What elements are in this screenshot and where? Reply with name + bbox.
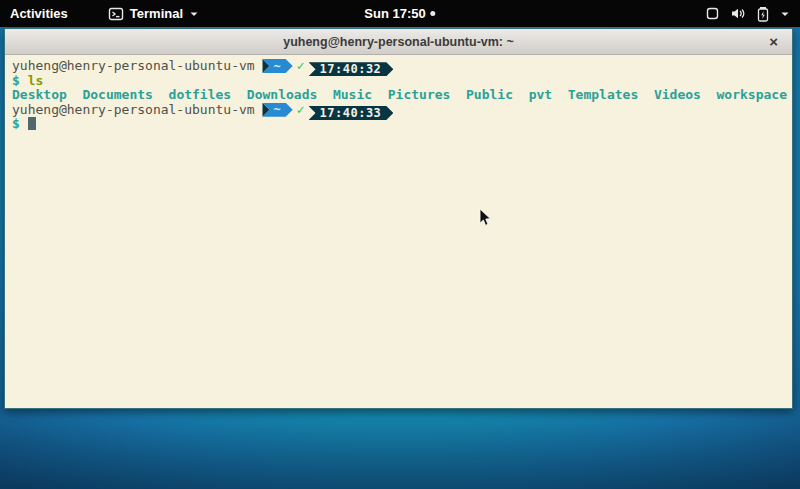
terminal-app-icon [108, 6, 124, 22]
ls-item: Public [466, 87, 513, 102]
terminal-window: yuheng@henry-personal-ubuntu-vm: ~ × yuh… [4, 28, 793, 409]
prompt-symbol: $ [12, 116, 20, 131]
ls-item: Templates [568, 87, 638, 102]
window-title-bar[interactable]: yuheng@henry-personal-ubuntu-vm: ~ × [5, 29, 792, 55]
ls-item: workspace [717, 87, 787, 102]
chevron-down-icon [780, 10, 790, 18]
window-title: yuheng@henry-personal-ubuntu-vm: ~ [283, 35, 514, 49]
battery-charging-icon [756, 6, 770, 22]
prompt-user-host: yuheng@henry-personal-ubuntu-vm [12, 58, 255, 73]
prompt-user-host: yuheng@henry-personal-ubuntu-vm [12, 102, 255, 117]
ls-item: dotfiles [169, 87, 232, 102]
prompt-symbol: $ [12, 73, 20, 88]
ls-item: Videos [654, 87, 701, 102]
prompt-status-check: ✓ [293, 102, 309, 117]
prompt-status-check: ✓ [293, 58, 309, 73]
prompt-time-segment: 17:40:33 [309, 106, 394, 120]
desktop: Activities Terminal Sun 17:50 [0, 0, 800, 489]
close-button[interactable]: × [769, 35, 778, 49]
notification-dot-icon [431, 11, 436, 16]
ls-item: Pictures [388, 87, 451, 102]
command-line-1: $ ls [12, 74, 792, 89]
ls-item: Documents [82, 87, 152, 102]
ls-item: Music [333, 87, 372, 102]
prompt-time-segment: 17:40:32 [309, 62, 394, 76]
screen-icon [705, 6, 720, 21]
terminal-content[interactable]: yuheng@henry-personal-ubuntu-vm ~✓17:40:… [5, 55, 792, 408]
prompt-line-2: yuheng@henry-personal-ubuntu-vm ~✓17:40:… [12, 103, 792, 118]
terminal-cursor [28, 117, 36, 130]
prompt-line-1: yuheng@henry-personal-ubuntu-vm ~✓17:40:… [12, 59, 792, 74]
clock-label: Sun 17:50 [364, 6, 425, 21]
ls-item: pvt [529, 87, 552, 102]
ls-output-line: Desktop Documents dotfiles Downloads Mus… [12, 88, 792, 103]
system-status-area[interactable] [705, 0, 790, 27]
app-menu-chevron-icon [189, 10, 199, 18]
ls-item: Desktop [12, 87, 67, 102]
app-menu-label: Terminal [130, 6, 183, 21]
volume-icon [730, 6, 746, 21]
typed-command: ls [28, 73, 44, 88]
ls-item: Downloads [247, 87, 317, 102]
command-line-2: $ [12, 117, 792, 132]
activities-button[interactable]: Activities [0, 6, 80, 21]
top-bar: Activities Terminal Sun 17:50 [0, 0, 800, 27]
clock[interactable]: Sun 17:50 [364, 0, 435, 27]
app-menu-terminal[interactable]: Terminal [108, 6, 199, 22]
mouse-cursor-icon [479, 208, 492, 231]
